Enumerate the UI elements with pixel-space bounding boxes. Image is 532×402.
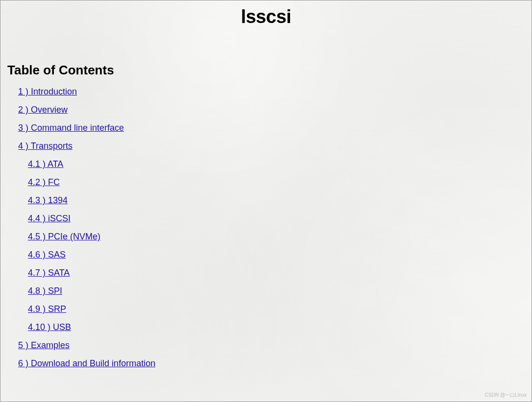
toc-item: 4.5 ) PCIe (NVMe): [28, 232, 525, 242]
toc-item: 1 ) Introduction: [18, 87, 525, 97]
toc-link-transports[interactable]: 4 ) Transports: [18, 141, 73, 151]
toc-link-sas[interactable]: 4.6 ) SAS: [28, 250, 66, 260]
toc-item: 5 ) Examples: [18, 340, 525, 351]
toc-item: 4 ) Transports 4.1 ) ATA 4.2 ) FC 4.3 ) …: [18, 141, 525, 332]
toc-link-download[interactable]: 6 ) Download and Build information: [18, 358, 155, 368]
page-title: lsscsi: [7, 6, 525, 27]
toc-item: 4.3 ) 1394: [28, 195, 525, 206]
toc-link-sata[interactable]: 4.7 ) SATA: [28, 268, 70, 278]
toc-item: 6 ) Download and Build information: [18, 358, 525, 369]
toc-link-usb[interactable]: 4.10 ) USB: [28, 322, 71, 332]
toc-item: 4.2 ) FC: [28, 177, 525, 188]
toc-link-iscsi[interactable]: 4.4 ) iSCSI: [28, 213, 71, 223]
toc-link-fc[interactable]: 4.2 ) FC: [28, 177, 60, 187]
toc-item: 3 ) Command line interface: [18, 123, 525, 133]
toc-item: 2 ) Overview: [18, 105, 525, 115]
toc-item: 4.8 ) SPI: [28, 286, 525, 296]
toc-list: 1 ) Introduction 2 ) Overview 3 ) Comman…: [7, 87, 525, 369]
toc-item: 4.7 ) SATA: [28, 268, 525, 278]
toc-item: 4.1 ) ATA: [28, 159, 525, 169]
toc-link-1394[interactable]: 4.3 ) 1394: [28, 195, 68, 205]
toc-item: 4.10 ) USB: [28, 322, 525, 332]
toc-sublist-transports: 4.1 ) ATA 4.2 ) FC 4.3 ) 1394 4.4 ) iSCS…: [18, 159, 525, 332]
watermark: CSDN @一口Linux: [485, 392, 527, 399]
toc-link-cli[interactable]: 3 ) Command line interface: [18, 123, 124, 133]
toc-link-examples[interactable]: 5 ) Examples: [18, 340, 70, 350]
toc-link-introduction[interactable]: 1 ) Introduction: [18, 87, 77, 96]
toc-link-ata[interactable]: 4.1 ) ATA: [28, 159, 63, 169]
toc-link-pcie[interactable]: 4.5 ) PCIe (NVMe): [28, 232, 100, 241]
toc-item: 4.6 ) SAS: [28, 250, 525, 260]
toc-heading: Table of Contents: [7, 63, 525, 78]
toc-link-srp[interactable]: 4.9 ) SRP: [28, 304, 66, 314]
toc-item: 4.9 ) SRP: [28, 304, 525, 314]
toc-link-overview[interactable]: 2 ) Overview: [18, 105, 68, 115]
toc-link-spi[interactable]: 4.8 ) SPI: [28, 286, 62, 296]
toc-item: 4.4 ) iSCSI: [28, 213, 525, 224]
